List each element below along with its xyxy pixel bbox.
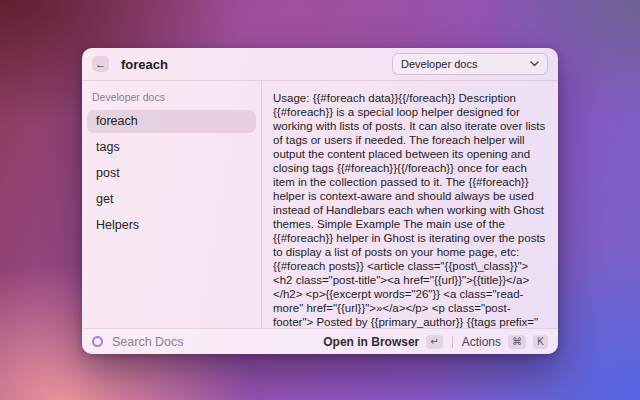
window-header: ← foreach Developer docs [82, 48, 558, 81]
window-body: Developer docs foreach tags post get Hel… [82, 81, 558, 328]
sidebar: Developer docs foreach tags post get Hel… [82, 81, 262, 328]
open-in-browser-button[interactable]: Open in Browser [323, 335, 419, 349]
sidebar-item-foreach[interactable]: foreach [87, 110, 256, 133]
docs-window: ← foreach Developer docs Developer docs … [82, 48, 558, 354]
chevron-down-icon [530, 61, 539, 67]
sidebar-item-get[interactable]: get [87, 188, 256, 211]
extension-ring-icon [92, 336, 103, 347]
sidebar-section-label: Developer docs [92, 91, 256, 103]
docset-dropdown-value: Developer docs [401, 58, 477, 70]
command-key-icon: ⌘ [508, 335, 526, 349]
back-button[interactable]: ← [92, 56, 109, 72]
k-key-icon: K [533, 335, 548, 349]
sidebar-item-tags[interactable]: tags [87, 136, 256, 159]
page-title: foreach [121, 57, 168, 72]
sidebar-item-helpers[interactable]: Helpers [87, 214, 256, 237]
return-key-icon: ↵ [426, 335, 442, 349]
docset-dropdown[interactable]: Developer docs [392, 53, 548, 75]
arrow-left-icon: ← [95, 58, 106, 70]
doc-content[interactable]: Usage: {{#foreach data}}{{/foreach}} Des… [262, 81, 558, 328]
footer-divider [452, 336, 453, 348]
action-bar-right: Open in Browser ↵ Actions ⌘ K [323, 335, 548, 349]
sidebar-item-post[interactable]: post [87, 162, 256, 185]
actions-button[interactable]: Actions [462, 335, 501, 349]
search-input[interactable] [112, 335, 323, 349]
action-bar: Open in Browser ↵ Actions ⌘ K [82, 328, 558, 354]
